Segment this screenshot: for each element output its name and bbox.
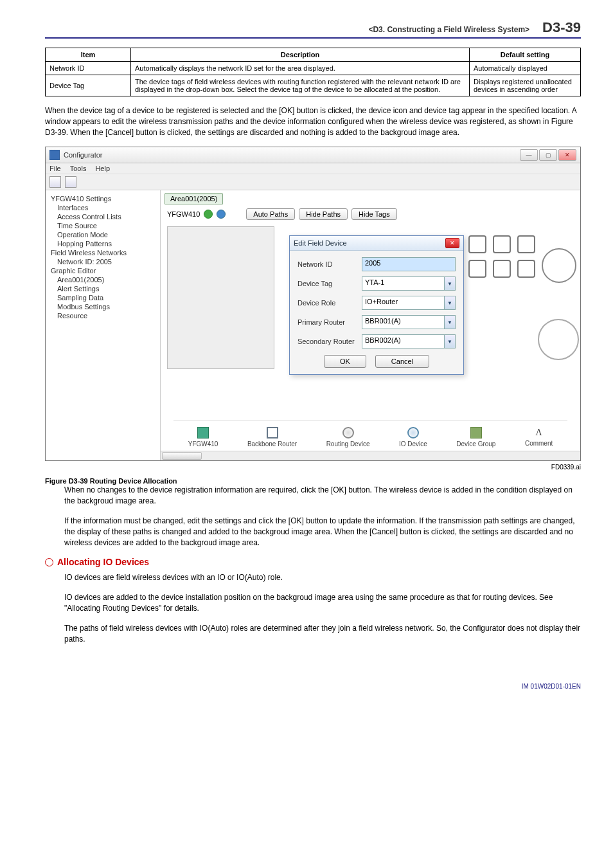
tree-item[interactable]: Interfaces	[48, 203, 157, 212]
device-placeholder	[167, 226, 274, 369]
paragraph: When the device tag of a device to be re…	[45, 105, 581, 138]
window-title-bar: Configurator — ▢ ✕	[46, 147, 580, 163]
table-row: Device Tag The device tags of field wire…	[46, 75, 581, 96]
header-page-number: D3-39	[542, 19, 581, 36]
paragraph: The paths of field wireless devices with…	[64, 623, 581, 645]
table-row: Network ID Automatically displays the ne…	[46, 62, 581, 75]
figure-id: FD0339.ai	[551, 464, 581, 471]
tree-item[interactable]: Time Source	[48, 221, 157, 230]
configurator-window: Configurator — ▢ ✕ File Tools Help YFGW4…	[45, 147, 581, 461]
field-label: Primary Router	[298, 318, 362, 326]
device-circle-icon	[538, 319, 579, 360]
chevron-down-icon[interactable]: ▼	[444, 276, 456, 291]
field-label: Secondary Router	[298, 338, 362, 345]
cell-item: Network ID	[46, 62, 131, 75]
tree-item[interactable]: Resource	[48, 311, 157, 320]
device-circle-icon	[542, 248, 576, 283]
cell-def: Displays registered unallocated devices …	[470, 75, 581, 96]
header-title: <D3. Constructing a Field Wireless Syste…	[45, 25, 542, 34]
chevron-down-icon[interactable]: ▼	[444, 296, 456, 310]
page-header: <D3. Constructing a Field Wireless Syste…	[45, 19, 581, 39]
gateway-row: YFGW410 Auto Paths Hide Paths Hide Tags	[167, 208, 397, 220]
hide-paths-button[interactable]: Hide Paths	[299, 208, 348, 220]
field-label: Device Tag	[298, 280, 362, 287]
tree-item[interactable]: Alert Settings	[48, 284, 157, 293]
tree-item[interactable]: Area001(2005)	[48, 275, 157, 284]
cancel-button[interactable]: Cancel	[375, 355, 429, 368]
tree-item[interactable]: YFGW410 Settings	[48, 194, 157, 203]
description-table: Item Description Default setting Network…	[45, 48, 581, 96]
close-button[interactable]: ✕	[558, 149, 576, 161]
edit-field-device-dialog: Edit Field Device ✕ Network ID 2005 Devi…	[289, 235, 464, 375]
secondary-router-field[interactable]: BBR002(A)	[362, 334, 444, 348]
auto-paths-button[interactable]: Auto Paths	[246, 208, 295, 220]
gateway-icon	[197, 427, 209, 439]
status-led-blue-icon	[217, 210, 226, 219]
heading-text: Allocating IO Devices	[57, 557, 149, 567]
app-icon	[49, 150, 60, 160]
dialog-close-button[interactable]: ✕	[445, 238, 459, 248]
tree-item[interactable]: Graphic Editor	[48, 266, 157, 275]
legend-label: IO Device	[399, 440, 427, 448]
chevron-down-icon[interactable]: ▼	[444, 334, 456, 348]
menu-tools[interactable]: Tools	[70, 165, 87, 172]
field-label: Device Role	[298, 299, 362, 307]
legend-label: Device Group	[456, 440, 495, 448]
legend-label: Routing Device	[326, 440, 370, 448]
col-default: Default setting	[470, 48, 581, 62]
primary-router-field[interactable]: BBR001(A)	[362, 315, 444, 329]
tree-item[interactable]: Sampling Data	[48, 293, 157, 302]
horizontal-scrollbar[interactable]	[161, 451, 580, 460]
io-device-icon	[407, 427, 419, 439]
cell-item: Device Tag	[46, 75, 131, 96]
device-group-icon	[470, 427, 482, 439]
cell-def: Automatically displayed	[470, 62, 581, 75]
device-role-field[interactable]: IO+Router	[362, 296, 444, 310]
device-slot[interactable]	[493, 235, 511, 253]
device-slot[interactable]	[493, 260, 511, 278]
toolbar-save-icon[interactable]	[65, 176, 76, 188]
paragraph: IO devices are added to the device insta…	[64, 592, 581, 614]
gateway-label: YFGW410	[167, 210, 200, 218]
minimize-button[interactable]: —	[520, 149, 538, 161]
legend-label: Comment	[525, 440, 553, 447]
area-tab[interactable]: Area001(2005)	[164, 193, 223, 204]
tree-item[interactable]: Network ID: 2005	[48, 257, 157, 266]
device-slot[interactable]	[468, 260, 486, 278]
tree-panel: YFGW410 Settings Interfaces Access Contr…	[46, 190, 161, 460]
chevron-down-icon[interactable]: ▼	[444, 315, 456, 329]
cell-desc: The device tags of field wireless device…	[131, 75, 470, 96]
ok-button[interactable]: OK	[324, 355, 366, 368]
window-title: Configurator	[64, 151, 520, 159]
tree-item[interactable]: Field Wireless Networks	[48, 248, 157, 257]
scrollbar-thumb[interactable]	[162, 452, 202, 460]
device-slot[interactable]	[468, 235, 486, 253]
hide-tags-button[interactable]: Hide Tags	[351, 208, 397, 220]
legend-bar: YFGW410 Backbone Router Routing Device I…	[173, 420, 567, 448]
paragraph: When no changes to the device registrati…	[64, 485, 581, 507]
graphic-canvas[interactable]: Area001(2005) YFGW410 Auto Paths Hide Pa…	[161, 190, 580, 460]
menu-file[interactable]: File	[49, 165, 61, 172]
dialog-title: Edit Field Device	[294, 239, 445, 247]
menu-help[interactable]: Help	[95, 165, 110, 172]
circle-bullet-icon	[45, 558, 53, 566]
menu-bar: File Tools Help	[46, 163, 580, 174]
device-tag-field[interactable]: YTA-1	[362, 276, 444, 291]
tool-bar	[46, 174, 580, 190]
device-slot[interactable]	[517, 260, 535, 278]
routing-device-icon	[342, 427, 354, 439]
backbone-router-icon	[267, 427, 278, 439]
tree-item[interactable]: Access Control Lists	[48, 212, 157, 221]
dialog-title-bar: Edit Field Device ✕	[290, 236, 463, 251]
tree-item[interactable]: Hopping Patterns	[48, 239, 157, 248]
legend-label: YFGW410	[188, 440, 218, 448]
cell-desc: Automatically displays the network ID se…	[131, 62, 470, 75]
maximize-button[interactable]: ▢	[539, 149, 557, 161]
col-item: Item	[46, 48, 131, 62]
toolbar-open-icon[interactable]	[49, 176, 61, 188]
tree-item[interactable]: Modbus Settings	[48, 302, 157, 311]
footer-document-code: IM 01W02D01-01EN	[45, 683, 581, 690]
tree-item[interactable]: Operation Mode	[48, 230, 157, 239]
status-led-green-icon	[204, 210, 213, 219]
device-slot[interactable]	[517, 235, 535, 253]
